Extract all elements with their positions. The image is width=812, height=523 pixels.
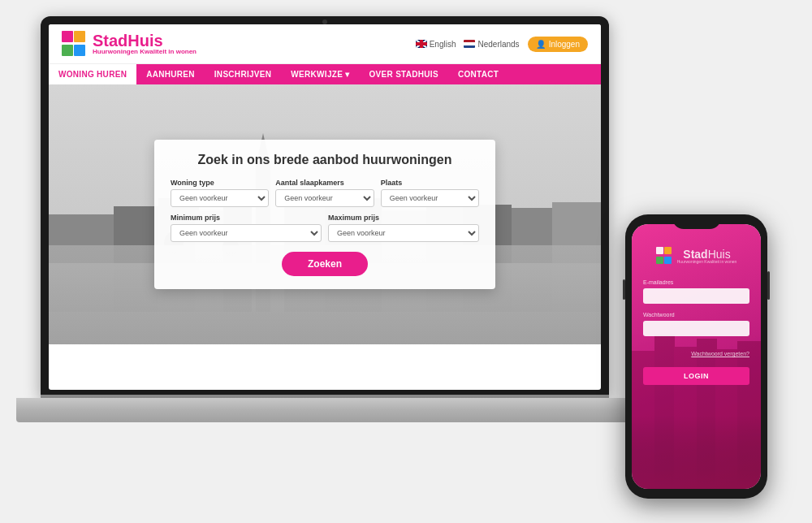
phone-login-button[interactable]: LOGIN [643,367,749,385]
search-grid-top: Woning type Geen voorkeur Aantal slaapka… [171,179,479,207]
nav-bar: WONING HUREN AANHUREN INSCHRIJVEN WERKWI… [49,64,601,84]
logo-icon [62,31,88,57]
phone-logo-sq3 [656,257,663,264]
phone-password-group: Wachtwoord [643,312,749,336]
phone-email-input[interactable] [643,288,749,304]
svg-rect-32 [632,416,761,489]
phone-logo-area: StadHuis Huurwoningen Kwaliteit in wonen [632,224,761,273]
phone-screen: StadHuis Huurwoningen Kwaliteit in wonen… [632,224,761,489]
max-prijs-group: Maximum prijs Geen voorkeur [328,214,479,242]
logo-sq-yellow [74,31,85,42]
phone-logo-icon [656,247,674,265]
hero-area: Zoek in ons brede aanbod huurwoningen Wo… [49,84,601,344]
min-prijs-group: Minimum prijs Geen voorkeur [171,214,322,242]
login-button[interactable]: 👤 Inloggen [528,37,588,52]
nav-item-werkwijze[interactable]: WERKWIJZE [281,64,359,84]
phone-password-input[interactable] [643,321,749,336]
laptop-base [16,398,633,422]
scene: StadHuis Huurwoningen Kwaliteit in wonen [0,0,812,523]
phone-side-button-left [623,279,625,300]
flag-nl-icon [464,40,475,48]
lang-dutch[interactable]: Nederlands [464,40,519,49]
nav-item-over-stadhuis[interactable]: OVER STADHUIS [360,64,448,84]
phone-logo-sq1 [656,247,663,254]
person-icon: 👤 [536,40,546,49]
lang-english[interactable]: English [416,40,456,49]
nav-item-inschrijven[interactable]: INSCHRIJVEN [205,64,282,84]
phone-device: StadHuis Huurwoningen Kwaliteit in wonen… [625,214,767,499]
search-button[interactable]: Zoeken [282,252,368,276]
plaats-label: Plaats [381,179,479,187]
logo-sub: Huurwoningen Kwaliteit in wonen [93,49,197,55]
laptop-screen: StadHuis Huurwoningen Kwaliteit in wonen [49,24,601,390]
phone-logo-sq4 [664,257,672,264]
logo-sq-green [62,45,73,56]
min-prijs-select[interactable]: Geen voorkeur [171,224,322,242]
plaats-group: Plaats Geen voorkeur [381,179,479,207]
search-title: Zoek in ons brede aanbod huurwoningen [171,153,479,167]
svg-rect-4 [416,42,427,45]
woning-type-label: Woning type [171,179,269,187]
slaapkamers-group: Aantal slaapkamers Geen voorkeur [275,179,374,207]
min-prijs-label: Minimum prijs [171,214,322,222]
search-box: Zoek in ons brede aanbod huurwoningen Wo… [154,140,495,289]
woning-type-group: Woning type Geen voorkeur [171,179,269,207]
phone-side-button-right [767,271,770,300]
logo-sq-red [62,31,73,42]
phone-logo-sq2 [664,247,672,254]
laptop-camera [322,19,327,24]
site-header: StadHuis Huurwoningen Kwaliteit in wonen [49,24,601,64]
phone-logo-main: StadHuis [677,249,737,260]
lang-english-label: English [430,40,456,49]
nav-item-aanhuren[interactable]: AANHUREN [136,64,205,84]
phone-notch [672,214,721,229]
woning-type-select[interactable]: Geen voorkeur [171,189,269,207]
uk-flag-svg [416,40,427,48]
slaapkamers-label: Aantal slaapkamers [275,179,374,187]
logo-sq-blue [74,45,85,56]
nav-item-contact[interactable]: CONTACT [448,64,508,84]
plaats-select[interactable]: Geen voorkeur [381,189,479,207]
phone-password-label: Wachtwoord [643,312,749,318]
header-right: English Nederlands 👤 Inloggen [416,37,588,52]
lang-dutch-label: Nederlands [477,40,519,49]
logo-text: StadHuis Huurwoningen Kwaliteit in wonen [93,32,197,55]
login-label: Inloggen [549,40,580,49]
phone-logo-text: StadHuis Huurwoningen Kwaliteit in wonen [677,249,737,264]
nav-item-woning-huren[interactable]: WONING HUREN [49,64,136,84]
phone-email-label: E-mailadres [643,279,749,285]
max-prijs-select[interactable]: Geen voorkeur [328,224,479,242]
phone-forgot-link[interactable]: Wachtwoord vergeten? [691,351,749,357]
phone-forgot-area: Wachtwoord vergeten? [643,344,749,359]
max-prijs-label: Maximum prijs [328,214,479,222]
flag-uk-icon [416,40,427,48]
logo-area: StadHuis Huurwoningen Kwaliteit in wonen [62,31,197,57]
slaapkamers-select[interactable]: Geen voorkeur [275,189,374,207]
logo-main: StadHuis [93,32,197,49]
phone-email-group: E-mailadres [643,279,749,304]
laptop-device: StadHuis Huurwoningen Kwaliteit in wonen [16,16,633,504]
search-grid-bottom: Minimum prijs Geen voorkeur Maximum prij… [171,214,479,242]
laptop-bezel: StadHuis Huurwoningen Kwaliteit in wonen [41,16,609,398]
phone-logo-row: StadHuis Huurwoningen Kwaliteit in wonen [632,247,761,265]
phone-form: E-mailadres Wachtwoord Wachtwoord verget… [632,273,761,391]
